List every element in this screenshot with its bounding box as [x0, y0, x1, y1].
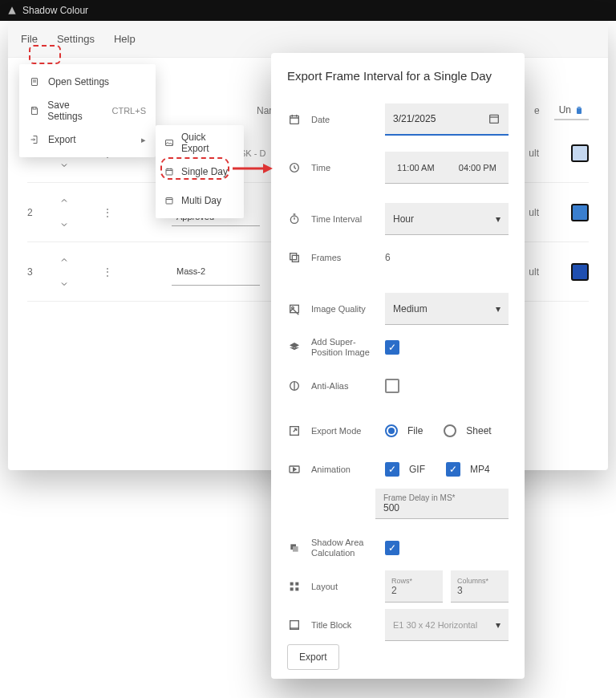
color-swatch[interactable]	[571, 204, 589, 221]
partial-col: e	[534, 105, 540, 116]
export-submenu: Quick Export Single Day Multi Day	[156, 125, 244, 218]
export-icon	[29, 134, 40, 145]
menu-settings[interactable]: Settings	[57, 33, 95, 45]
chevron-down-icon[interactable]	[59, 279, 69, 289]
animation-label: Animation	[311, 465, 375, 474]
shortcut-label: CTRL+S	[112, 106, 147, 116]
superpos-checkbox[interactable]: ✓	[385, 340, 399, 355]
antialias-checkbox[interactable]	[385, 379, 399, 393]
svg-rect-19	[293, 546, 298, 552]
annotation-arrow-icon	[233, 160, 273, 177]
mp4-checkbox[interactable]: ✓	[446, 462, 460, 477]
menu-help[interactable]: Help	[114, 33, 136, 45]
antialias-icon	[287, 379, 302, 392]
chevron-down-icon[interactable]	[59, 160, 69, 170]
time-label: Time	[311, 163, 375, 172]
calendar-icon	[287, 113, 302, 126]
document-icon	[29, 76, 40, 87]
titleblock-label: Title Block	[311, 620, 375, 630]
submenu-quick-export[interactable]: Quick Export	[156, 128, 244, 157]
clock-icon	[287, 161, 302, 174]
svg-rect-22	[290, 587, 294, 590]
svg-rect-23	[295, 587, 298, 590]
titleblock-icon	[287, 619, 302, 631]
interval-select[interactable]: Hour ▾	[385, 203, 509, 235]
row-result: ult	[529, 266, 539, 278]
date-input[interactable]: 3/21/2025	[385, 103, 509, 136]
radio-file[interactable]	[385, 424, 398, 437]
tab-un[interactable]: Un	[554, 101, 589, 120]
menu-item-save-settings[interactable]: Save Settings CTRL+S	[19, 96, 156, 125]
svg-point-10	[290, 216, 298, 223]
dialog-title: Export Frame Interval for a Single Day	[287, 69, 509, 83]
svg-rect-1	[33, 108, 36, 110]
svg-marker-6	[263, 164, 273, 173]
more-icon[interactable]: ⋮	[91, 266, 124, 278]
calendar-picker-icon[interactable]	[488, 112, 500, 125]
layout-label: Layout	[311, 582, 375, 591]
submenu-multi-day[interactable]: Multi Day	[156, 186, 244, 215]
animation-icon	[287, 463, 302, 476]
gif-checkbox[interactable]: ✓	[385, 462, 399, 477]
svg-rect-20	[290, 582, 294, 586]
exportmode-icon	[287, 424, 302, 437]
interval-label: Time Interval	[311, 214, 375, 224]
quality-label: Image Quality	[311, 304, 375, 314]
export-button[interactable]: Export	[287, 644, 339, 670]
chevron-down-icon[interactable]	[59, 220, 69, 229]
window-title: Shadow Colour	[22, 5, 88, 16]
shadowarea-checkbox[interactable]: ✓	[385, 541, 399, 555]
frames-value: 6	[385, 252, 391, 263]
menu-item-export[interactable]: Export ▸	[19, 125, 156, 154]
radio-sheet[interactable]	[444, 424, 456, 437]
frames-icon	[287, 251, 302, 264]
svg-rect-12	[292, 255, 298, 262]
chevron-right-icon: ▸	[141, 135, 146, 145]
submenu-single-day[interactable]: Single Day	[156, 157, 244, 186]
titleblock-select[interactable]: E1 30 x 42 Horizontal ▾	[385, 609, 509, 641]
titlebar: Shadow Colour	[0, 0, 616, 21]
cols-input[interactable]: Columns* 3	[451, 570, 509, 603]
chevron-up-icon[interactable]	[59, 196, 69, 205]
color-swatch[interactable]	[571, 263, 589, 281]
app-logo-icon	[6, 5, 18, 16]
svg-rect-3	[166, 169, 172, 176]
row-label[interactable]: Mass-2	[172, 258, 260, 286]
calendar-range-icon	[164, 195, 175, 206]
layers-icon	[287, 341, 302, 354]
image-quality-icon	[287, 302, 302, 315]
rows-input[interactable]: Rows* 2	[385, 570, 443, 603]
chevron-down-icon: ▾	[496, 303, 500, 315]
shadowarea-icon	[287, 542, 302, 554]
quality-select[interactable]: Medium ▾	[385, 293, 509, 325]
layout-icon	[287, 580, 302, 593]
svg-rect-4	[166, 198, 172, 205]
svg-rect-11	[290, 254, 297, 260]
calendar-day-icon	[164, 166, 175, 177]
chevron-down-icon: ▾	[496, 619, 500, 631]
row-result: ult	[529, 148, 539, 159]
exportmode-label: Export Mode	[311, 426, 375, 436]
date-label: Date	[311, 115, 375, 124]
svg-rect-13	[290, 305, 299, 312]
export-dialog: Export Frame Interval for a Single Day D…	[271, 53, 525, 679]
antialias-label: Anti-Alias	[311, 381, 375, 391]
menu-item-open-settings[interactable]: Open Settings	[19, 67, 156, 96]
menu-file[interactable]: File	[21, 33, 38, 45]
file-menu-dropdown: Open Settings Save Settings CTRL+S Expor…	[19, 64, 156, 157]
framedelay-input[interactable]: Frame Delay in MS* 500	[375, 489, 509, 519]
frames-label: Frames	[311, 253, 375, 262]
image-icon	[164, 137, 175, 148]
row-result: ult	[529, 207, 539, 218]
color-swatch[interactable]	[571, 144, 589, 162]
row-index: 2	[27, 207, 59, 218]
svg-rect-8	[490, 115, 499, 123]
svg-rect-21	[295, 582, 298, 586]
trash-icon[interactable]	[574, 105, 584, 115]
more-icon[interactable]: ⋮	[91, 207, 124, 218]
row-index: 3	[27, 266, 59, 278]
chevron-up-icon[interactable]	[59, 255, 69, 265]
timer-icon	[287, 213, 302, 225]
shadowarea-label: Shadow Area Calculation	[311, 538, 375, 558]
time-range-input[interactable]: 11:00 AM 04:00 PM	[385, 152, 509, 184]
